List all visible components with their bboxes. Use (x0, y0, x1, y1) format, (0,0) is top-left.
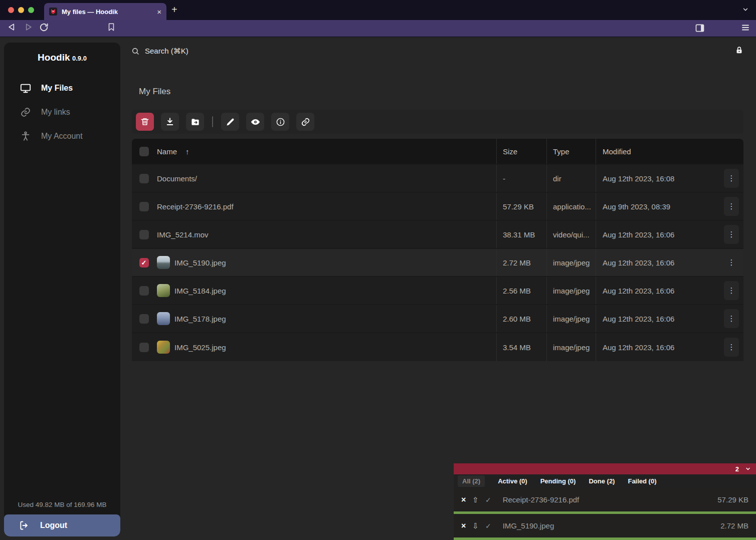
browser-tab[interactable]: My files — Hoodik × (44, 3, 166, 20)
row-checkbox[interactable] (139, 174, 149, 183)
row-actions-button[interactable]: ⋮ (724, 225, 739, 244)
sidebar-item-my-links[interactable]: My links (4, 100, 120, 124)
browser-tab-bar: My files — Hoodik × + (0, 0, 756, 20)
table-row[interactable]: Receipt-2736-9216.pdf 57.29 KB applicati… (132, 193, 743, 221)
preview-button[interactable] (246, 113, 264, 131)
file-type: image/jpeg (546, 305, 596, 332)
column-name[interactable]: Name ↑ (156, 139, 496, 164)
window-zoom-button[interactable] (28, 7, 34, 13)
row-checkbox[interactable] (139, 343, 149, 352)
column-modified[interactable]: Modified (596, 139, 743, 164)
reload-icon[interactable] (39, 23, 49, 32)
row-checkbox[interactable] (139, 230, 149, 239)
row-checkbox[interactable] (139, 314, 149, 324)
delete-button[interactable] (136, 113, 154, 131)
sidebar-item-my-files[interactable]: My Files (4, 76, 120, 100)
table-row[interactable]: IMG_5214.mov 38.31 MB video/qui... Aug 1… (132, 221, 743, 249)
menu-hamburger-icon[interactable] (741, 23, 750, 32)
file-size: 38.31 MB (496, 221, 546, 248)
sidebar-item-label: My links (41, 108, 70, 117)
main-content: Search (⌘K) My Files (120, 38, 756, 540)
file-name[interactable]: Receipt-2736-9216.pdf (157, 202, 234, 211)
row-actions-button[interactable]: ⋮ (724, 169, 739, 188)
window-minimize-button[interactable] (18, 7, 24, 13)
back-icon[interactable] (7, 22, 17, 32)
table-row[interactable]: Documents/ - dir Aug 12th 2023, 16:08 ⋮ (132, 165, 743, 193)
window-close-button[interactable] (8, 7, 14, 13)
sidebar-toggle-icon[interactable] (695, 23, 705, 33)
collapse-chevron-icon[interactable] (745, 466, 751, 472)
move-to-folder-button[interactable] (186, 113, 204, 131)
file-name[interactable]: IMG_5178.jpeg (174, 315, 226, 323)
transfers-header[interactable]: 2 (454, 463, 756, 474)
hoodik-favicon-icon (49, 8, 57, 16)
tab-active[interactable]: Active (0) (498, 477, 527, 485)
table-row-selected[interactable]: ✓ IMG_5190.jpeg 2.72 MB image/jpeg Aug 1… (132, 249, 743, 277)
kebab-icon: ⋮ (728, 174, 735, 182)
details-button[interactable] (271, 113, 289, 131)
kebab-icon: ⋮ (728, 314, 735, 323)
column-type[interactable]: Type (546, 139, 596, 164)
row-actions-button[interactable]: ⋮ (724, 338, 739, 357)
file-modified: Aug 12th 2023, 16:06 (603, 230, 674, 239)
chain-link-icon (301, 117, 310, 127)
bookmark-icon[interactable] (107, 23, 116, 32)
row-actions-button[interactable]: ⋮ (724, 309, 739, 328)
rename-button[interactable] (221, 113, 239, 131)
file-name[interactable]: IMG_5190.jpeg (174, 258, 226, 267)
file-name[interactable]: IMG_5214.mov (157, 230, 209, 239)
table-row[interactable]: IMG_5025.jpeg 3.54 MB image/jpeg Aug 12t… (132, 333, 743, 361)
file-type: image/jpeg (546, 249, 596, 276)
kebab-icon: ⋮ (728, 258, 735, 266)
search-bar[interactable]: Search (⌘K) (131, 47, 188, 56)
cancel-transfer-icon[interactable]: × (461, 521, 466, 530)
forward-icon[interactable] (23, 22, 33, 32)
row-checkbox-checked[interactable]: ✓ (139, 258, 149, 267)
kebab-icon: ⋮ (728, 202, 735, 210)
file-name[interactable]: IMG_5025.jpeg (174, 343, 226, 352)
sidebar-item-my-account[interactable]: My Account (4, 124, 120, 148)
row-checkbox[interactable] (139, 202, 149, 211)
transfer-file-name: Receipt-2736-9216.pdf (503, 495, 711, 504)
logout-label: Logout (40, 521, 67, 530)
tab-all[interactable]: All (2) (458, 475, 485, 487)
toolbar-divider (212, 116, 213, 127)
done-check-icon: ✓ (485, 496, 491, 504)
new-tab-button[interactable]: + (171, 4, 177, 16)
tab-failed[interactable]: Failed (0) (628, 477, 656, 485)
file-size: 2.72 MB (496, 249, 546, 276)
row-actions-button[interactable]: ⋮ (724, 197, 739, 216)
table-row[interactable]: IMG_5184.jpeg 2.56 MB image/jpeg Aug 12t… (132, 277, 743, 305)
download-button[interactable] (161, 113, 179, 131)
tab-close-icon[interactable]: × (157, 8, 161, 16)
row-actions-button[interactable]: ⋮ (724, 253, 739, 272)
tab-pending[interactable]: Pending (0) (540, 477, 576, 485)
file-type: image/jpeg (546, 277, 596, 304)
column-size[interactable]: Size (496, 139, 546, 164)
logout-button[interactable]: Logout (4, 514, 120, 536)
cancel-transfer-icon[interactable]: × (461, 495, 466, 504)
brand-name: Hoodik (38, 52, 70, 63)
tab-done[interactable]: Done (2) (589, 477, 615, 485)
file-thumbnail (157, 341, 170, 354)
file-name[interactable]: Documents/ (157, 174, 197, 183)
download-icon (165, 117, 174, 126)
select-all-checkbox[interactable] (139, 147, 149, 156)
download-icon: ⇩ (472, 521, 479, 530)
done-check-icon: ✓ (485, 522, 491, 530)
transfers-count-badge: 2 (735, 465, 739, 473)
share-link-button[interactable] (296, 113, 314, 131)
row-actions-button[interactable]: ⋮ (724, 281, 739, 300)
row-checkbox[interactable] (139, 286, 149, 296)
sidebar: Hoodik 0.9.0 My Files My links (4, 43, 120, 536)
search-icon (131, 47, 139, 55)
file-type: image/jpeg (546, 333, 596, 361)
table-row[interactable]: IMG_5178.jpeg 2.60 MB image/jpeg Aug 12t… (132, 305, 743, 333)
file-thumbnail (157, 284, 170, 297)
upload-icon: ⇧ (472, 495, 479, 504)
brand-version: 0.9.0 (72, 55, 87, 62)
list-tabs-chevron-icon[interactable] (742, 6, 749, 13)
file-name[interactable]: IMG_5184.jpeg (174, 287, 226, 295)
kebab-icon: ⋮ (728, 230, 735, 238)
check-icon: ✓ (141, 259, 147, 266)
